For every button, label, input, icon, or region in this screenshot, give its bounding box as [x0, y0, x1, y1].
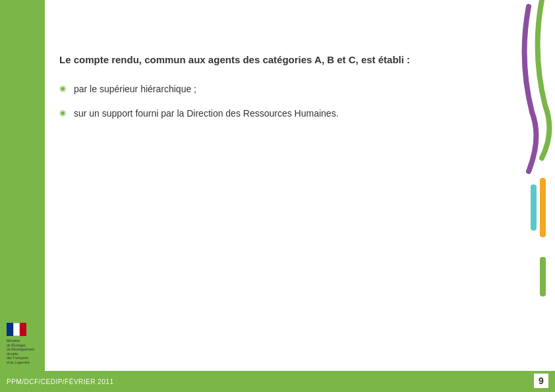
svg-rect-2	[540, 257, 546, 296]
bullet-item-1: par le supérieur hiérarchique ;	[59, 82, 482, 96]
main-content: Le compte rendu, commun aux agents des c…	[59, 53, 482, 339]
svg-rect-0	[540, 178, 546, 237]
bullet-item-2: sur un support fourni par la Direction d…	[59, 107, 482, 121]
right-decoration	[496, 0, 555, 392]
page-number: 9	[534, 374, 548, 388]
french-flag-icon	[7, 323, 28, 336]
svg-rect-1	[531, 184, 537, 231]
slide-title: Le compte rendu, commun aux agents des c…	[59, 53, 482, 67]
logo-area: Ministère de l'Écologie, du Développemen…	[7, 323, 43, 369]
footer-label: PPM/DCF/CEDIP/FÉVRIER 2011	[7, 378, 113, 385]
slide-container: Le compte rendu, commun aux agents des c…	[0, 0, 555, 392]
bullet-list: par le supérieur hiérarchique ; sur un s…	[59, 82, 482, 121]
logo-text: Ministère de l'Écologie, du Développemen…	[7, 339, 34, 364]
bottom-bar: PPM/DCF/CEDIP/FÉVRIER 2011	[0, 371, 555, 392]
